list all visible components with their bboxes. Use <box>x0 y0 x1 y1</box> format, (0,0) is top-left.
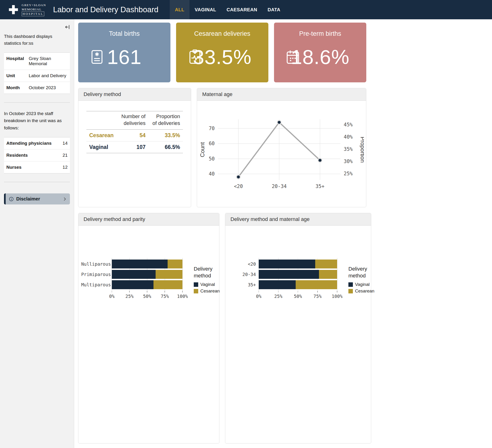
staff-intro-text: In October 2023 the staff breakdown in t… <box>4 110 70 131</box>
card-title: Delivery method and parity <box>78 213 219 226</box>
tab-caesarean[interactable]: CAESAREAN <box>221 0 262 19</box>
table-row: Hospital Grey Sloan Memorial <box>4 52 70 70</box>
delivery-method-table: Number of deliveries Proportion of deliv… <box>86 111 183 153</box>
value-box-total-births: Total births 161 <box>78 23 170 82</box>
sidebar-collapse-button[interactable] <box>63 23 72 32</box>
column-header-count: Number of deliveries <box>116 111 149 130</box>
vaginal-count: 107 <box>116 141 149 153</box>
info-label: Hospital <box>4 52 26 70</box>
navbar: GREY+SLOAN MEMORIAL HOSPITAL Labor and D… <box>0 0 492 19</box>
staff-count: 12 <box>59 161 70 173</box>
table-row-vaginal: Vaginal 107 66.5% <box>86 141 183 153</box>
legend-item: Cesarean <box>348 289 374 294</box>
hospital-info-table: Hospital Grey Sloan Memorial Unit Labor … <box>4 52 70 94</box>
info-label: Unit <box>4 70 26 82</box>
clipboard-pulse-icon <box>187 49 203 65</box>
logo-cross-icon <box>8 4 19 15</box>
svg-text:60: 60 <box>209 141 215 146</box>
sidebar: This dashboard displays statistics for:s… <box>0 19 74 448</box>
parity-stacked-bar-chart: Nulliparous Primiparous Multiparous 0%25… <box>81 259 219 300</box>
svg-text:50: 50 <box>209 156 215 161</box>
main-content: Total births 161 Cesarean deliveries <box>74 19 492 448</box>
bar-row: Primiparous <box>81 270 183 279</box>
age-method-stacked-bar-chart: <20 20-34 35+ 0%25%50%75%100% Delivery m… <box>228 259 371 300</box>
chart-legend: Delivery method Vaginal Cesarean <box>194 266 220 294</box>
table-row: Attending physicians 14 <box>4 137 70 149</box>
svg-text:30%: 30% <box>344 158 353 164</box>
chevron-right-icon <box>62 197 67 201</box>
bar-row: 35+ <box>228 280 337 289</box>
svg-text:35+: 35+ <box>316 184 324 189</box>
logo-line-3: HOSPITAL <box>22 11 44 16</box>
table-row: Unit Labor and Delivery <box>4 70 70 82</box>
logo-line-2: MEMORIAL <box>22 7 46 11</box>
table-row: Nurses 12 <box>4 161 70 173</box>
value-box-title: Cesarean deliveries <box>176 30 268 37</box>
column-header-empty <box>86 111 116 130</box>
info-value: Labor and Delivery <box>26 70 70 82</box>
column-header-proportion: Proportion of deliveries <box>148 111 183 130</box>
staff-table: Attending physicians 14 Residents 21 Nur… <box>4 137 70 173</box>
logo-line-1: GREY+SLOAN <box>22 3 46 7</box>
bar-row: 20-34 <box>228 270 337 279</box>
staff-label: Residents <box>4 149 59 161</box>
info-label: Month <box>4 82 26 94</box>
svg-text:25%: 25% <box>344 170 353 176</box>
svg-text:45%: 45% <box>344 122 353 127</box>
tab-vaginal[interactable]: VAGINAL <box>189 0 221 19</box>
card-title: Maternal age <box>197 88 366 101</box>
calendar-dots-icon <box>285 49 301 65</box>
svg-text:35%: 35% <box>344 146 353 152</box>
hospital-logo: GREY+SLOAN MEMORIAL HOSPITAL <box>8 0 46 19</box>
page-title: Labor and Delivery Dashboard <box>53 5 158 14</box>
age-method-card: Delivery method and maternal age <20 20-… <box>225 213 371 444</box>
cesarean-proportion: 33.5% <box>148 130 183 141</box>
row-label: Cesarean <box>86 130 116 141</box>
tab-data[interactable]: DATA <box>263 0 286 19</box>
svg-text:Count: Count <box>199 142 205 157</box>
maternal-age-card: Maternal age 4050607025%30%35%40%45%<202… <box>197 88 366 207</box>
info-value: October 2023 <box>26 82 70 94</box>
disclaimer-accordion[interactable]: Disclaimer <box>4 193 70 204</box>
legend-item: Cesarean <box>194 289 220 294</box>
card-title: Delivery method <box>78 88 191 101</box>
bar-row: <20 <box>228 259 337 269</box>
collapse-left-icon <box>64 24 71 30</box>
vaginal-proportion: 66.5% <box>148 141 183 153</box>
info-icon <box>9 197 14 202</box>
delivery-method-card: Delivery method Number of deliveries Pro… <box>78 88 191 207</box>
value-box-preterm-births: Pre-term births 18.6% <box>274 23 366 82</box>
maternal-age-line-chart: 4050607025%30%35%40%45%<2020-3435+CountP… <box>199 113 364 195</box>
value-box-title: Pre-term births <box>274 30 366 37</box>
bar-row: Nulliparous <box>81 259 183 269</box>
table-row: Month October 2023 <box>4 82 70 94</box>
svg-text:40: 40 <box>209 171 215 177</box>
legend-item: Vaginal <box>348 282 374 287</box>
svg-text:Proportion: Proportion <box>359 137 364 163</box>
file-medical-icon <box>89 49 105 65</box>
disclaimer-label: Disclaimer <box>16 196 40 202</box>
staff-count: 21 <box>59 149 70 161</box>
bar-row: Multiparous <box>81 280 183 289</box>
cesarean-count: 54 <box>116 130 149 141</box>
sidebar-intro-text: This dashboard displays statistics for:s… <box>4 33 70 47</box>
row-label: Vaginal <box>86 141 116 153</box>
tab-all[interactable]: ALL <box>170 0 189 19</box>
nav-tabs: ALL VAGINAL CAESAREAN DATA <box>170 0 286 19</box>
staff-label: Nurses <box>4 161 59 173</box>
value-box-title: Total births <box>78 30 170 37</box>
chart-legend: Delivery method Vaginal Cesarean <box>348 266 374 294</box>
parity-card: Delivery method and parity Nulliparous P… <box>78 213 219 444</box>
logo-text: GREY+SLOAN MEMORIAL HOSPITAL <box>22 3 46 16</box>
info-value: Grey Sloan Memorial <box>26 52 70 70</box>
card-title: Delivery method and maternal age <box>225 213 371 226</box>
staff-label: Attending physicians <box>4 137 59 149</box>
value-box-cesarean-deliveries: Cesarean deliveries 33.5% <box>176 23 268 82</box>
total-births-value: 161 <box>107 47 142 67</box>
staff-count: 14 <box>59 137 70 149</box>
table-row: Residents 21 <box>4 149 70 161</box>
sidebar-divider <box>4 102 70 103</box>
svg-text:70: 70 <box>209 125 215 131</box>
svg-text:40%: 40% <box>344 134 353 139</box>
legend-item: Vaginal <box>194 282 220 287</box>
